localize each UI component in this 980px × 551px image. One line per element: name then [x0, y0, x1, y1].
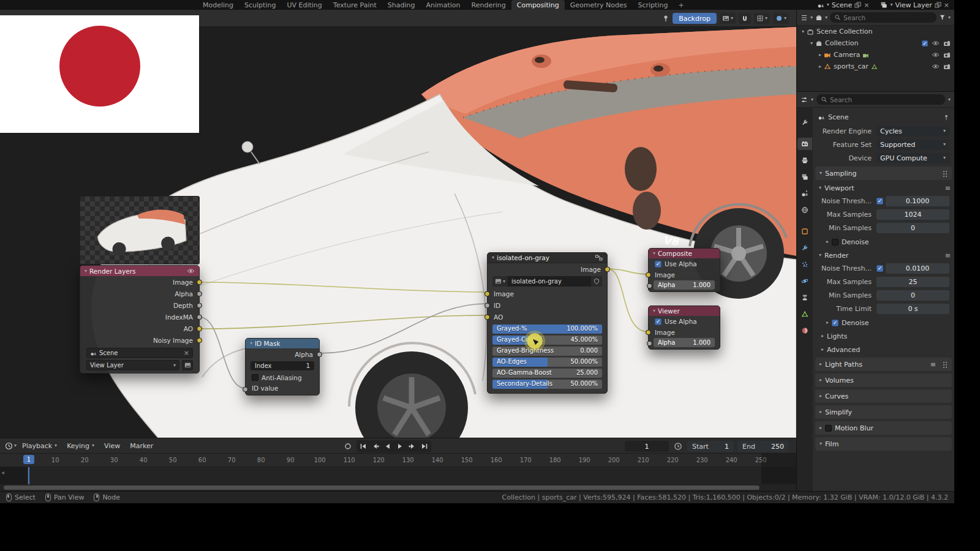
tab-uv-editing[interactable]: UV Editing	[281, 0, 327, 10]
filter-funnel-icon[interactable]	[939, 14, 946, 21]
unlink-scene-icon[interactable]: ×	[864, 2, 869, 9]
image-selector[interactable]: ▾ isolated-on-gray	[492, 276, 602, 287]
scrollbar-thumb[interactable]	[4, 485, 760, 490]
socket[interactable]	[197, 291, 202, 296]
subsection-advanced[interactable]: ▸Advanced	[821, 344, 951, 355]
playhead-badge[interactable]: 1	[23, 455, 34, 464]
section-checkbox[interactable]	[825, 425, 832, 432]
slider-grayed[interactable]: Grayed-%100.000%	[492, 324, 602, 334]
section-volumes[interactable]: ▸Volumes	[815, 373, 952, 387]
tab-animation[interactable]: Animation	[420, 0, 466, 10]
backdrop-channels-button[interactable]: ▾	[720, 13, 736, 24]
view-layer-dropdown[interactable]: View Layer ▾	[86, 360, 179, 370]
node-composite[interactable]: ▾ Composite ✓ Use Alpha Image Alpha 1.00…	[648, 248, 720, 292]
socket[interactable]	[646, 272, 651, 278]
tab-rendering[interactable]: Rendering	[466, 0, 511, 10]
expander-icon[interactable]: ▾	[810, 41, 813, 46]
previous-keyframe-button[interactable]	[369, 441, 382, 452]
section-motion-blur[interactable]: ▸Motion Blur	[815, 421, 952, 435]
alpha-field[interactable]: Alpha 1.000	[654, 280, 715, 290]
section-simplify[interactable]: ▸Simplify	[815, 405, 952, 419]
device-dropdown[interactable]: GPU Compute▾	[876, 153, 949, 163]
render-single-layer-button[interactable]	[182, 360, 193, 370]
max-samples-field[interactable]: 1024	[876, 209, 949, 220]
editor-type-chevron[interactable]: ▾	[811, 97, 813, 102]
render-visibility-icon[interactable]	[943, 52, 951, 58]
end-frame-field[interactable]: End250	[737, 441, 789, 452]
menu-playback[interactable]: Playback▾	[18, 438, 61, 453]
collection-checkbox[interactable]: ✓	[922, 40, 928, 47]
slider-grayed-con[interactable]: Grayed-Con...45.000%	[492, 335, 602, 345]
collapse-icon[interactable]: ▾	[492, 255, 494, 260]
snap-toggle-button[interactable]	[739, 13, 751, 24]
section-curves[interactable]: ▸Curves	[815, 389, 952, 403]
section-menu-icon[interactable]: ≡	[930, 361, 936, 369]
hide-eye-icon[interactable]	[932, 52, 940, 58]
preset-menu-icon[interactable]: ≡	[945, 252, 951, 260]
snap-target-dropdown[interactable]: ▾	[754, 13, 770, 24]
max-samples-field[interactable]: 25	[876, 277, 949, 287]
viewport-denoise-header[interactable]: ▸Denoise	[826, 236, 951, 247]
subsection-lights[interactable]: ▸Lights	[821, 331, 951, 342]
start-frame-field[interactable]: Start1	[687, 441, 734, 452]
collapse-icon[interactable]: ▾	[653, 309, 655, 313]
jump-to-start-button[interactable]	[357, 441, 369, 452]
display-mode-chevron[interactable]: ▾	[825, 15, 827, 20]
auto-keyframe-button[interactable]	[342, 441, 354, 452]
tab-modeling[interactable]: Modeling	[197, 0, 239, 10]
socket[interactable]	[484, 302, 490, 308]
tab-output-properties[interactable]	[797, 154, 812, 167]
tab-world-properties[interactable]	[797, 204, 812, 216]
filter-chevron[interactable]: ▾	[948, 97, 951, 102]
collapse-icon[interactable]: ▾	[250, 341, 252, 346]
new-view-layer-icon[interactable]	[935, 2, 941, 9]
socket[interactable]	[317, 351, 322, 357]
id-mask-header[interactable]: ▾ ID Mask	[246, 339, 319, 348]
min-samples-field[interactable]: 0	[876, 223, 949, 233]
slider-grayed-brightness[interactable]: Grayed-Brightness0.000	[492, 347, 602, 356]
section-sampling[interactable]: ▾Sampling	[815, 167, 952, 180]
tab-render-properties[interactable]	[797, 138, 812, 150]
outliner-row-collection[interactable]: ▾ Collection ✓	[797, 37, 954, 49]
display-mode-icon[interactable]	[815, 14, 823, 21]
use-alpha-checkbox[interactable]: ✓	[655, 261, 662, 268]
render-visibility-icon[interactable]	[943, 40, 951, 47]
noise-threshold-checkbox[interactable]: ✓	[876, 265, 883, 272]
scene-selector[interactable]: Scene ×	[86, 348, 193, 358]
section-film[interactable]: ▾Film	[815, 437, 952, 451]
slider-secondary-details[interactable]: Secondary-Details50.000%	[492, 380, 602, 389]
feature-set-dropdown[interactable]: Supported▾	[876, 140, 949, 150]
preset-menu-icon[interactable]: ≡	[945, 184, 951, 192]
drag-grip[interactable]	[943, 361, 948, 368]
tab-modifier-properties[interactable]	[797, 242, 812, 254]
group-node-header[interactable]: ▾ isolated-on-gray	[488, 253, 607, 263]
tab-shading[interactable]: Shading	[382, 0, 421, 10]
socket[interactable]	[197, 326, 202, 331]
expander-icon[interactable]: ▾	[802, 29, 804, 34]
slider-ao-edges[interactable]: AO-Edges50.000%	[492, 358, 602, 367]
socket[interactable]	[484, 314, 490, 320]
playhead-line[interactable]	[28, 467, 29, 484]
tab-geometry-nodes[interactable]: Geometry Nodes	[565, 0, 633, 10]
tab-view-layer-properties[interactable]	[797, 171, 812, 183]
pin-icon[interactable]	[662, 15, 669, 22]
overlays-toggle-button[interactable]: ▾	[773, 13, 789, 24]
use-alpha-checkbox[interactable]: ✓	[655, 318, 662, 325]
view-layer-name[interactable]: View Layer	[895, 1, 932, 9]
play-reverse-button[interactable]	[382, 441, 394, 452]
tab-object-properties[interactable]	[797, 225, 812, 238]
new-scene-icon[interactable]	[854, 2, 861, 9]
tab-particle-properties[interactable]	[797, 258, 812, 271]
socket[interactable]	[647, 283, 652, 289]
denoise-checkbox[interactable]	[832, 239, 839, 246]
tab-scene-properties[interactable]	[797, 187, 812, 200]
filter-chevron[interactable]: ▾	[948, 15, 951, 20]
current-frame-field[interactable]: 1	[625, 441, 669, 452]
outliner-editor-icon[interactable]	[801, 14, 808, 21]
timeline-editor-icon[interactable]	[5, 442, 13, 450]
use-preview-range-icon[interactable]	[674, 442, 682, 451]
menu-marker[interactable]: Marker	[126, 438, 157, 453]
expander-icon[interactable]: ▸	[819, 64, 821, 69]
image-browse-button[interactable]: ▾	[492, 276, 508, 287]
backdrop-toggle-button[interactable]: Backdrop	[673, 13, 717, 24]
